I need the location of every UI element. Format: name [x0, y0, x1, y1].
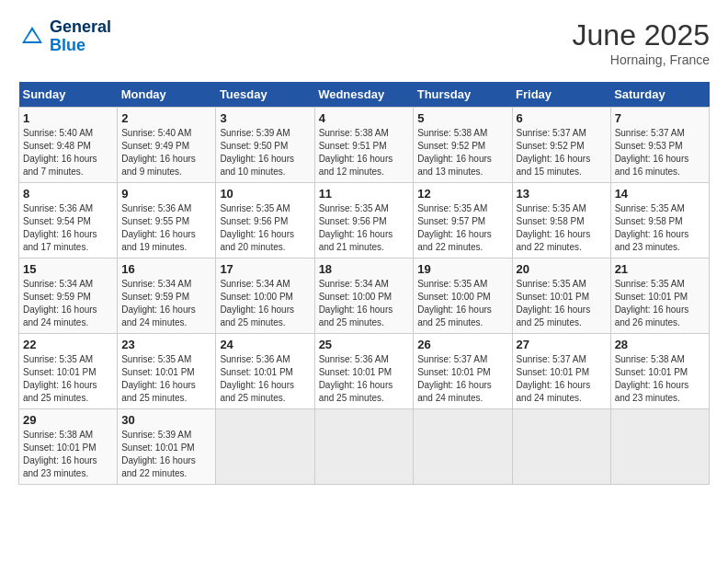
calendar-cell: 26 Sunrise: 5:37 AM Sunset: 10:01 PM Day… [414, 334, 512, 409]
day-number: 30 [121, 413, 211, 427]
day-info: Sunrise: 5:38 AM Sunset: 9:51 PM Dayligh… [319, 127, 410, 178]
day-number: 18 [319, 262, 410, 276]
calendar-cell: 19 Sunrise: 5:35 AM Sunset: 10:00 PM Day… [414, 259, 512, 334]
calendar-header-saturday: Saturday [610, 82, 709, 108]
day-info: Sunrise: 5:35 AM Sunset: 9:56 PM Dayligh… [319, 202, 410, 254]
day-number: 22 [23, 338, 113, 351]
calendar-cell: 13 Sunrise: 5:35 AM Sunset: 9:58 PM Dayl… [512, 183, 610, 259]
day-number: 9 [121, 187, 211, 201]
calendar-week-row: 8 Sunrise: 5:36 AM Sunset: 9:54 PM Dayli… [19, 183, 710, 259]
day-number: 1 [23, 111, 113, 125]
day-info: Sunrise: 5:34 AM Sunset: 9:59 PM Dayligh… [23, 278, 113, 329]
calendar-cell: 6 Sunrise: 5:37 AM Sunset: 9:52 PM Dayli… [512, 108, 610, 183]
calendar-cell: 20 Sunrise: 5:35 AM Sunset: 10:01 PM Day… [512, 259, 610, 334]
calendar-cell: 10 Sunrise: 5:35 AM Sunset: 9:56 PM Dayl… [216, 183, 314, 259]
day-info: Sunrise: 5:37 AM Sunset: 9:53 PM Dayligh… [615, 127, 705, 178]
day-number: 19 [417, 262, 507, 276]
calendar-cell [216, 409, 314, 485]
day-number: 16 [121, 262, 211, 276]
day-number: 5 [417, 111, 507, 125]
day-info: Sunrise: 5:36 AM Sunset: 9:55 PM Dayligh… [121, 202, 211, 254]
calendar-cell: 30 Sunrise: 5:39 AM Sunset: 10:01 PM Day… [118, 409, 216, 485]
calendar-cell: 17 Sunrise: 5:34 AM Sunset: 10:00 PM Day… [216, 259, 314, 334]
day-number: 28 [615, 338, 705, 351]
calendar-cell: 1 Sunrise: 5:40 AM Sunset: 9:48 PM Dayli… [19, 108, 118, 183]
day-info: Sunrise: 5:40 AM Sunset: 9:48 PM Dayligh… [23, 127, 113, 178]
day-number: 12 [417, 187, 507, 201]
calendar-cell: 23 Sunrise: 5:35 AM Sunset: 10:01 PM Day… [118, 334, 216, 409]
page-header: GeneralBlue June 2025 Hornaing, France [18, 18, 710, 67]
day-info: Sunrise: 5:35 AM Sunset: 9:56 PM Dayligh… [220, 202, 310, 254]
calendar-header-tuesday: Tuesday [216, 82, 314, 108]
calendar-cell: 21 Sunrise: 5:35 AM Sunset: 10:01 PM Day… [610, 259, 709, 334]
day-number: 10 [220, 187, 310, 201]
calendar-cell: 14 Sunrise: 5:35 AM Sunset: 9:58 PM Dayl… [610, 183, 709, 259]
calendar-cell: 8 Sunrise: 5:36 AM Sunset: 9:54 PM Dayli… [19, 183, 118, 259]
day-number: 7 [615, 111, 705, 125]
logo: GeneralBlue [18, 18, 111, 55]
calendar-header-sunday: Sunday [19, 82, 118, 108]
calendar-week-row: 22 Sunrise: 5:35 AM Sunset: 10:01 PM Day… [19, 334, 710, 409]
day-info: Sunrise: 5:36 AM Sunset: 10:01 PM Daylig… [220, 353, 310, 405]
day-number: 14 [615, 187, 705, 201]
calendar-header-row: SundayMondayTuesdayWednesdayThursdayFrid… [19, 82, 710, 108]
calendar-body: 1 Sunrise: 5:40 AM Sunset: 9:48 PM Dayli… [19, 108, 710, 485]
day-info: Sunrise: 5:35 AM Sunset: 10:01 PM Daylig… [23, 353, 113, 405]
calendar-cell [314, 409, 414, 485]
calendar-cell: 12 Sunrise: 5:35 AM Sunset: 9:57 PM Dayl… [414, 183, 512, 259]
day-number: 15 [23, 262, 113, 276]
day-info: Sunrise: 5:35 AM Sunset: 9:58 PM Dayligh… [615, 202, 705, 254]
calendar-cell: 28 Sunrise: 5:38 AM Sunset: 10:01 PM Day… [610, 334, 709, 409]
day-number: 8 [23, 187, 113, 201]
day-info: Sunrise: 5:36 AM Sunset: 10:01 PM Daylig… [319, 353, 410, 405]
day-info: Sunrise: 5:35 AM Sunset: 9:58 PM Dayligh… [517, 202, 607, 254]
calendar-cell [512, 409, 610, 485]
calendar-week-row: 15 Sunrise: 5:34 AM Sunset: 9:59 PM Dayl… [19, 259, 710, 334]
calendar-cell: 18 Sunrise: 5:34 AM Sunset: 10:00 PM Day… [314, 259, 414, 334]
day-info: Sunrise: 5:39 AM Sunset: 10:01 PM Daylig… [121, 429, 211, 480]
calendar-cell: 15 Sunrise: 5:34 AM Sunset: 9:59 PM Dayl… [19, 259, 118, 334]
day-info: Sunrise: 5:34 AM Sunset: 9:59 PM Dayligh… [121, 278, 211, 329]
day-number: 25 [319, 338, 410, 351]
calendar-cell: 5 Sunrise: 5:38 AM Sunset: 9:52 PM Dayli… [414, 108, 512, 183]
day-number: 23 [121, 338, 211, 351]
day-number: 26 [417, 338, 507, 351]
title-block: June 2025 Hornaing, France [573, 18, 710, 67]
calendar-cell: 4 Sunrise: 5:38 AM Sunset: 9:51 PM Dayli… [314, 108, 414, 183]
calendar-week-row: 1 Sunrise: 5:40 AM Sunset: 9:48 PM Dayli… [19, 108, 710, 183]
calendar-cell: 9 Sunrise: 5:36 AM Sunset: 9:55 PM Dayli… [118, 183, 216, 259]
calendar-cell: 25 Sunrise: 5:36 AM Sunset: 10:01 PM Day… [314, 334, 414, 409]
day-info: Sunrise: 5:40 AM Sunset: 9:49 PM Dayligh… [121, 127, 211, 178]
calendar-cell: 7 Sunrise: 5:37 AM Sunset: 9:53 PM Dayli… [610, 108, 709, 183]
day-info: Sunrise: 5:35 AM Sunset: 10:01 PM Daylig… [615, 278, 705, 329]
day-number: 2 [121, 111, 211, 125]
day-info: Sunrise: 5:37 AM Sunset: 9:52 PM Dayligh… [517, 127, 607, 178]
location: Hornaing, France [573, 52, 710, 67]
calendar-cell: 16 Sunrise: 5:34 AM Sunset: 9:59 PM Dayl… [118, 259, 216, 334]
day-info: Sunrise: 5:35 AM Sunset: 10:00 PM Daylig… [417, 278, 507, 329]
day-info: Sunrise: 5:37 AM Sunset: 10:01 PM Daylig… [517, 353, 607, 405]
day-info: Sunrise: 5:38 AM Sunset: 9:52 PM Dayligh… [417, 127, 507, 178]
calendar-cell [414, 409, 512, 485]
day-info: Sunrise: 5:34 AM Sunset: 10:00 PM Daylig… [319, 278, 410, 329]
calendar-table: SundayMondayTuesdayWednesdayThursdayFrid… [18, 82, 710, 485]
day-number: 6 [517, 111, 607, 125]
logo-text: GeneralBlue [50, 18, 111, 55]
day-info: Sunrise: 5:35 AM Sunset: 10:01 PM Daylig… [121, 353, 211, 405]
day-info: Sunrise: 5:35 AM Sunset: 9:57 PM Dayligh… [417, 202, 507, 254]
day-info: Sunrise: 5:38 AM Sunset: 10:01 PM Daylig… [23, 429, 113, 480]
calendar-cell: 29 Sunrise: 5:38 AM Sunset: 10:01 PM Day… [19, 409, 118, 485]
calendar-cell: 24 Sunrise: 5:36 AM Sunset: 10:01 PM Day… [216, 334, 314, 409]
logo-icon [18, 23, 46, 51]
day-number: 17 [220, 262, 310, 276]
day-info: Sunrise: 5:38 AM Sunset: 10:01 PM Daylig… [615, 353, 705, 405]
calendar-cell: 27 Sunrise: 5:37 AM Sunset: 10:01 PM Day… [512, 334, 610, 409]
day-number: 11 [319, 187, 410, 201]
day-number: 20 [517, 262, 607, 276]
month-title: June 2025 [573, 18, 710, 52]
day-number: 13 [517, 187, 607, 201]
calendar-cell: 22 Sunrise: 5:35 AM Sunset: 10:01 PM Day… [19, 334, 118, 409]
day-info: Sunrise: 5:34 AM Sunset: 10:00 PM Daylig… [220, 278, 310, 329]
day-number: 29 [23, 413, 113, 427]
day-info: Sunrise: 5:35 AM Sunset: 10:01 PM Daylig… [517, 278, 607, 329]
